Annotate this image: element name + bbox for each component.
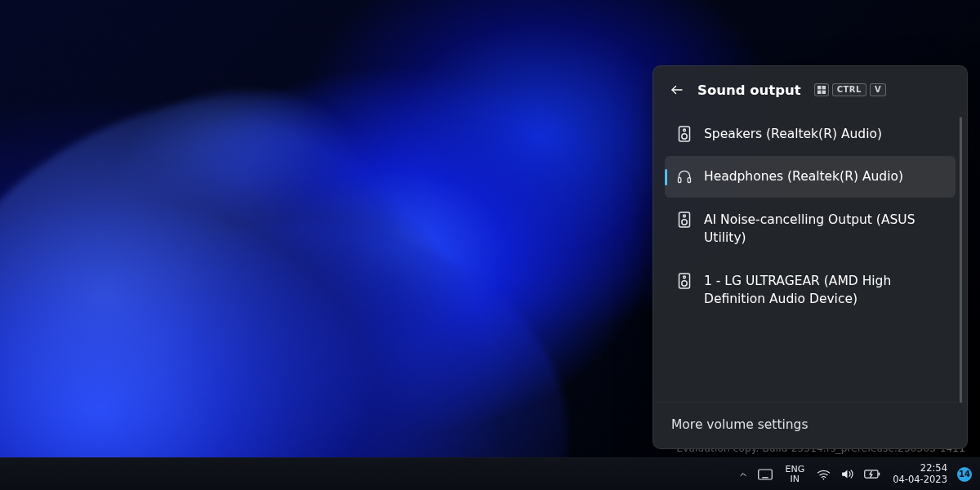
- audio-device-headphones[interactable]: Headphones (Realtek(R) Audio): [665, 156, 956, 197]
- volume-tray-icon[interactable]: [836, 458, 858, 490]
- audio-device-label: AI Noise-cancelling Output (ASUS Utility…: [704, 211, 941, 247]
- svg-rect-1: [817, 86, 821, 89]
- svg-point-7: [682, 134, 687, 139]
- volume-icon: [840, 468, 854, 480]
- audio-device-label: Headphones (Realtek(R) Audio): [704, 167, 903, 185]
- speaker-icon: [678, 212, 691, 228]
- notification-badge[interactable]: 14: [957, 467, 972, 482]
- svg-point-12: [682, 220, 687, 225]
- tray-overflow-button[interactable]: [734, 458, 752, 490]
- language-secondary: IN: [791, 474, 800, 484]
- back-button[interactable]: [668, 81, 686, 99]
- svg-rect-2: [822, 86, 825, 89]
- audio-device-label: Speakers (Realtek(R) Audio): [704, 125, 882, 143]
- svg-rect-9: [688, 178, 690, 183]
- speaker-icon: [678, 273, 691, 289]
- svg-rect-29: [879, 473, 880, 476]
- more-volume-settings-link[interactable]: More volume settings: [653, 402, 967, 448]
- scrollbar[interactable]: [960, 117, 962, 403]
- flyout-header: Sound output CTRL V: [653, 66, 967, 109]
- flyout-title: Sound output: [697, 82, 801, 98]
- shortcut-hint: CTRL V: [814, 83, 886, 96]
- chevron-up-icon: [738, 470, 748, 479]
- svg-point-15: [682, 281, 687, 286]
- speaker-icon: [678, 126, 691, 142]
- taskbar: ENG IN 22:54 04-04-2023 14: [0, 457, 980, 490]
- svg-point-6: [684, 129, 686, 131]
- audio-device-ai-noise-cancel[interactable]: AI Noise-cancelling Output (ASUS Utility…: [665, 199, 956, 259]
- svg-rect-8: [679, 178, 681, 183]
- touch-keyboard-button[interactable]: [754, 458, 777, 490]
- arrow-left-icon: [670, 82, 684, 97]
- sound-output-flyout: Sound output CTRL V Speakers (Realtek(R)…: [653, 65, 968, 449]
- svg-rect-3: [817, 91, 821, 94]
- language-switcher[interactable]: ENG IN: [778, 458, 811, 490]
- audio-device-speakers[interactable]: Speakers (Realtek(R) Audio): [665, 114, 956, 154]
- battery-tray-icon[interactable]: [860, 458, 884, 490]
- taskbar-clock[interactable]: 22:54 04-04-2023: [886, 463, 954, 484]
- battery-charging-icon: [864, 469, 880, 479]
- svg-marker-27: [842, 470, 847, 479]
- keycap-ctrl: CTRL: [832, 83, 866, 96]
- svg-point-11: [684, 215, 686, 217]
- wifi-icon: [817, 469, 831, 480]
- win-key-icon: [814, 83, 829, 96]
- keycap-v: V: [870, 83, 886, 96]
- audio-device-list: Speakers (Realtek(R) Audio) Headphones (…: [653, 109, 967, 402]
- clock-time: 22:54: [920, 463, 947, 474]
- keyboard-icon: [758, 469, 773, 480]
- audio-device-label: 1 - LG ULTRAGEAR (AMD High Definition Au…: [704, 272, 941, 309]
- language-primary: ENG: [785, 465, 804, 474]
- wifi-tray-icon[interactable]: [813, 458, 835, 490]
- svg-point-14: [684, 276, 686, 278]
- clock-date: 04-04-2023: [893, 474, 947, 485]
- svg-rect-4: [822, 91, 825, 94]
- audio-device-lg-ultragear[interactable]: 1 - LG ULTRAGEAR (AMD High Definition Au…: [665, 261, 956, 320]
- headphones-icon: [676, 168, 693, 185]
- svg-point-26: [823, 478, 825, 479]
